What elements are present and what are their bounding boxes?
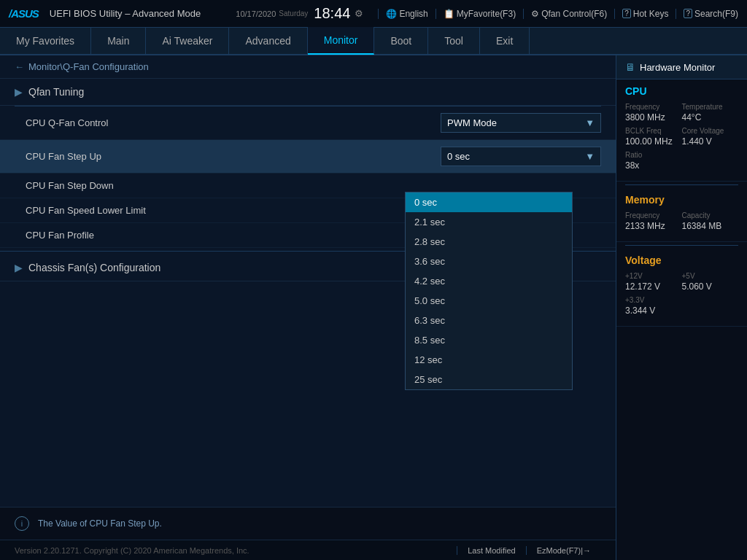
dropdown-option-6.3sec[interactable]: 6.3 sec <box>406 311 572 330</box>
hw-monitor-title: 🖥 Hardware Monitor <box>616 55 747 79</box>
hw-bclk-value: 100.00 MHz <box>625 136 682 147</box>
ez-mode-button[interactable]: EzMode(F7)|→ <box>526 546 601 555</box>
info-icon: i <box>15 516 29 531</box>
hw-core-voltage-col: Core Voltage 1.440 V <box>682 127 739 147</box>
hw-volt-row-1: +12V 12.172 V +5V 5.060 V <box>625 272 738 292</box>
tab-advanced[interactable]: Advanced <box>229 27 307 55</box>
hw-cpu-freq-col: Frequency 3800 MHz <box>625 103 682 122</box>
navigation-tabs: My Favorites Main Ai Tweaker Advanced Mo… <box>0 28 747 55</box>
bottom-info-bar: i The Value of CPU Fan Step Up. <box>0 507 616 540</box>
hw-cpu-temp-value: 44°C <box>682 112 739 122</box>
bios-title: UEFI BIOS Utility – Advanced Mode <box>50 8 228 19</box>
hw-memory-section: Memory Frequency 2133 MHz Capacity 16384… <box>616 188 747 242</box>
cpu-fan-step-up-value: 0 sec <box>447 151 470 162</box>
favorite-icon: 📋 <box>444 9 454 19</box>
hw-cpu-row-1: Frequency 3800 MHz Temperature 44°C <box>625 103 738 122</box>
hw-12v-col: +12V 12.172 V <box>625 272 682 292</box>
breadcrumb-path: Monitor\Q-Fan Configuration <box>28 61 149 72</box>
qfan-menu-item[interactable]: ⚙ Qfan Control(F6) <box>523 9 607 19</box>
hw-mem-cap-label: Capacity <box>682 211 739 219</box>
day-text: Saturday <box>279 9 308 18</box>
hotkeys-icon: ? <box>622 9 631 18</box>
hw-5v-label: +5V <box>682 272 739 280</box>
hotkeys-menu-item[interactable]: ? Hot Keys <box>614 9 668 19</box>
version-text: Version 2.20.1271. Copyright (C) 2020 Am… <box>15 546 249 555</box>
hw-3v-value: 3.344 V <box>625 306 738 316</box>
chassis-section-arrow: ▶ <box>15 262 23 273</box>
hw-cpu-row-3: Ratio 38x <box>625 151 738 171</box>
hw-mem-freq-col: Frequency 2133 MHz <box>625 211 682 231</box>
hw-cpu-temp-col: Temperature 44°C <box>682 103 739 122</box>
english-menu-item[interactable]: 🌐 English <box>378 9 427 19</box>
hw-cpu-freq-label: Frequency <box>625 103 682 111</box>
dropdown-option-12sec[interactable]: 12 sec <box>406 350 572 370</box>
hw-cpu-freq-value: 3800 MHz <box>625 112 682 122</box>
cpu-fan-step-down-label: CPU Fan Step Down <box>26 180 441 191</box>
myfavorite-menu-item[interactable]: 📋 MyFavorite(F3) <box>436 9 516 19</box>
breadcrumb: ← Monitor\Q-Fan Configuration <box>0 55 616 79</box>
tab-monitor[interactable]: Monitor <box>308 27 375 55</box>
hw-ratio-value: 38x <box>625 160 738 171</box>
hw-mem-cap-value: 16384 MB <box>682 221 739 231</box>
hw-3v-label: +3.3V <box>625 296 738 304</box>
tab-main[interactable]: Main <box>91 27 146 55</box>
date-text: 10/17/2020 <box>236 9 276 18</box>
clock-display: 18:44 <box>314 5 350 22</box>
hw-12v-label: +12V <box>625 272 682 280</box>
tab-ai-tweaker[interactable]: Ai Tweaker <box>146 27 229 55</box>
cpu-fan-step-up-select[interactable]: 0 sec ▼ <box>441 147 601 166</box>
hw-voltage-section: Voltage +12V 12.172 V +5V 5.060 V +3.3V … <box>616 249 747 327</box>
dropdown-option-5.0sec[interactable]: 5.0 sec <box>406 291 572 311</box>
dropdown-option-2.8sec[interactable]: 2.8 sec <box>406 232 572 252</box>
asus-logo: /ASUS <box>9 7 39 20</box>
hw-memory-title: Memory <box>625 194 738 206</box>
hw-voltage-title: Voltage <box>625 254 738 266</box>
cpu-qfan-control-row: CPU Q-Fan Control PWM Mode ▼ <box>0 106 616 140</box>
clock-settings-icon[interactable]: ⚙ <box>355 8 363 19</box>
dropdown-option-3.6sec[interactable]: 3.6 sec <box>406 252 572 271</box>
dropdown-option-25sec[interactable]: 25 sec <box>406 370 572 389</box>
hw-cpu-title: CPU <box>625 85 738 97</box>
hw-5v-value: 5.060 V <box>682 281 739 292</box>
chassis-section-label: Chassis Fan(s) Configuration <box>28 262 160 273</box>
hw-3v-col: +3.3V 3.344 V <box>625 296 738 316</box>
hw-mem-cap-col: Capacity 16384 MB <box>682 211 739 231</box>
monitor-panel-icon: 🖥 <box>625 61 635 73</box>
dropdown-option-4.2sec[interactable]: 4.2 sec <box>406 271 572 291</box>
hw-ratio-label: Ratio <box>625 151 738 159</box>
cpu-fan-step-up-dropdown[interactable]: 0 sec 2.1 sec 2.8 sec 3.6 sec 4.2 sec 5.… <box>405 192 573 390</box>
breadcrumb-arrow[interactable]: ← <box>15 61 24 72</box>
cpu-qfan-select[interactable]: PWM Mode ▼ <box>441 113 601 133</box>
hw-ratio-col: Ratio 38x <box>625 151 738 171</box>
dropdown-option-0sec[interactable]: 0 sec <box>406 192 572 212</box>
hw-core-voltage-value: 1.440 V <box>682 136 739 147</box>
cpu-fan-step-up-row: CPU Fan Step Up 0 sec ▼ <box>0 140 616 174</box>
dropdown-option-2.1sec[interactable]: 2.1 sec <box>406 212 572 232</box>
hardware-monitor-panel: 🖥 Hardware Monitor CPU Frequency 3800 MH… <box>616 55 747 560</box>
hw-volt-row-2: +3.3V 3.344 V <box>625 296 738 316</box>
hw-5v-col: +5V 5.060 V <box>682 272 739 292</box>
hw-core-voltage-label: Core Voltage <box>682 127 739 135</box>
info-text: The Value of CPU Fan Step Up. <box>38 518 162 529</box>
search-menu-item[interactable]: ? Search(F9) <box>676 9 738 19</box>
hw-12v-value: 12.172 V <box>625 281 682 292</box>
hw-bclk-label: BCLK Freq <box>625 127 682 135</box>
hw-mem-freq-label: Frequency <box>625 211 682 219</box>
qfan-section-arrow: ▶ <box>15 86 23 98</box>
cpu-fan-speed-lower-label: CPU Fan Speed Lower Limit <box>26 205 441 216</box>
tab-boot[interactable]: Boot <box>374 27 428 55</box>
hw-mem-freq-value: 2133 MHz <box>625 221 682 231</box>
cpu-fan-step-up-label: CPU Fan Step Up <box>26 151 441 162</box>
qfan-icon: ⚙ <box>531 9 539 19</box>
hw-cpu-temp-label: Temperature <box>682 103 739 111</box>
tab-exit[interactable]: Exit <box>480 27 530 55</box>
dropdown-option-8.5sec[interactable]: 8.5 sec <box>406 330 572 350</box>
cpu-fan-step-up-arrow: ▼ <box>585 151 595 162</box>
tab-my-favorites[interactable]: My Favorites <box>0 27 91 55</box>
status-bar: Version 2.20.1271. Copyright (C) 2020 Am… <box>0 540 616 560</box>
last-modified-button[interactable]: Last Modified <box>457 546 525 555</box>
cpu-fan-profile-label: CPU Fan Profile <box>26 230 441 241</box>
qfan-tuning-section[interactable]: ▶ Qfan Tuning <box>0 79 616 106</box>
status-right: Last Modified EzMode(F7)|→ <box>457 546 601 555</box>
tab-tool[interactable]: Tool <box>428 27 480 55</box>
